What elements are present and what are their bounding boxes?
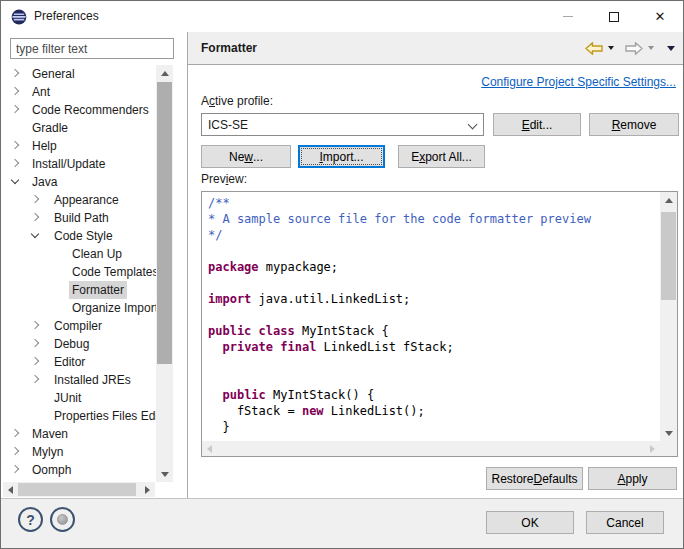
tree-item-label: Formatter	[69, 281, 127, 299]
preference-recorder-button[interactable]	[50, 507, 75, 532]
restore-defaults-button[interactable]: Restore Defaults	[486, 467, 583, 490]
tree-item-install-update[interactable]: Install/Update	[1, 155, 156, 173]
chevron-collapsed-icon[interactable]	[31, 213, 39, 221]
page-header: Formatter	[188, 32, 684, 65]
preview-label: Preview:	[201, 172, 247, 186]
chevron-collapsed-icon[interactable]	[11, 69, 19, 77]
scroll-right-icon[interactable]	[140, 482, 155, 497]
tree-item-help[interactable]: Help	[1, 137, 156, 155]
tree-item-properties-files-edito[interactable]: Properties Files Edito	[1, 407, 156, 425]
tree-item-label: Maven	[29, 425, 71, 443]
tree-item-compiler[interactable]: Compiler	[1, 317, 156, 335]
scroll-left-icon	[202, 441, 217, 456]
back-dropdown-icon[interactable]	[608, 46, 614, 50]
chevron-collapsed-icon[interactable]	[31, 339, 39, 347]
chevron-collapsed-icon[interactable]	[11, 105, 19, 113]
chevron-collapsed-icon[interactable]	[31, 195, 39, 203]
tree-item-build-path[interactable]: Build Path	[1, 209, 156, 227]
tree-item-general[interactable]: General	[1, 65, 156, 83]
tree-item-mylyn[interactable]: Mylyn	[1, 443, 156, 461]
chevron-expanded-icon[interactable]	[31, 230, 39, 238]
tree-item-label: Oomph	[29, 461, 74, 479]
maximize-button[interactable]	[591, 1, 637, 32]
minimize-button[interactable]	[545, 1, 591, 32]
tree-item-clean-up[interactable]: Clean Up	[1, 245, 156, 263]
dialog-button-bar: ?	[1, 498, 684, 549]
tree-item-label: Appearance	[51, 191, 122, 209]
tree-item-label: Build Path	[51, 209, 112, 227]
new-button[interactable]: New...	[201, 145, 291, 168]
scrollbar-corner	[660, 441, 677, 456]
preview-vertical-scrollbar[interactable]	[660, 192, 677, 441]
record-icon	[57, 514, 68, 525]
chevron-collapsed-icon[interactable]	[31, 357, 39, 365]
tree-item-java[interactable]: Java	[1, 173, 156, 191]
configure-project-settings-link[interactable]: Configure Project Specific Settings...	[481, 75, 676, 89]
export-all-button[interactable]: Export All...	[398, 145, 485, 168]
forward-dropdown-icon[interactable]	[648, 46, 654, 50]
scroll-right-icon	[645, 441, 660, 456]
scrollbar-thumb[interactable]	[18, 483, 136, 496]
scroll-down-icon[interactable]	[156, 466, 173, 482]
tree-vertical-scrollbar[interactable]	[156, 65, 173, 482]
active-profile-select[interactable]: ICS-SE	[201, 113, 484, 136]
code-preview-text: /*** A sample source file for the code f…	[202, 192, 660, 441]
minimize-icon	[563, 16, 573, 17]
tree-item-label: Code Recommenders	[29, 101, 152, 119]
scroll-left-icon[interactable]	[3, 482, 18, 497]
tree-item-gradle[interactable]: Gradle	[1, 119, 156, 137]
scrollbar-thumb[interactable]	[661, 212, 676, 300]
code-preview-pane: /*** A sample source file for the code f…	[201, 191, 678, 457]
chevron-collapsed-icon[interactable]	[11, 465, 19, 473]
remove-button[interactable]: Remove	[589, 113, 679, 136]
chevron-collapsed-icon[interactable]	[11, 159, 19, 167]
chevron-collapsed-icon[interactable]	[11, 429, 19, 437]
close-button[interactable]: ✕	[637, 1, 683, 32]
chevron-collapsed-icon[interactable]	[11, 141, 19, 149]
chevron-expanded-icon[interactable]	[11, 176, 19, 184]
tree-item-label: Install/Update	[29, 155, 108, 173]
import-button[interactable]: Import...	[298, 145, 385, 168]
tree-item-label: Editor	[51, 353, 88, 371]
tree-item-installed-jres[interactable]: Installed JREs	[1, 371, 156, 389]
scrollbar-thumb[interactable]	[157, 82, 172, 364]
close-icon: ✕	[655, 10, 666, 23]
scroll-down-icon[interactable]	[660, 425, 677, 441]
tree-item-formatter[interactable]: Formatter	[1, 281, 156, 299]
tree-item-label: General	[29, 65, 78, 83]
chevron-collapsed-icon[interactable]	[31, 321, 39, 329]
tree-item-oomph[interactable]: Oomph	[1, 461, 156, 479]
scroll-up-icon[interactable]	[156, 65, 173, 81]
tree-item-editor[interactable]: Editor	[1, 353, 156, 371]
edit-button[interactable]: Edit...	[493, 113, 581, 136]
tree-item-code-templates[interactable]: Code Templates	[1, 263, 156, 281]
tree-item-junit[interactable]: JUnit	[1, 389, 156, 407]
tree-horizontal-scrollbar[interactable]	[3, 482, 155, 497]
tree-item-label: Java	[29, 173, 60, 191]
preferences-tree: GeneralAntCode RecommendersGradleHelpIns…	[1, 65, 156, 482]
maximize-icon	[609, 12, 619, 22]
forward-icon[interactable]	[625, 42, 643, 55]
tree-item-appearance[interactable]: Appearance	[1, 191, 156, 209]
apply-button[interactable]: Apply	[588, 467, 677, 490]
tree-item-code-recommenders[interactable]: Code Recommenders	[1, 101, 156, 119]
tree-item-maven[interactable]: Maven	[1, 425, 156, 443]
ok-button[interactable]: OK	[486, 511, 574, 534]
tree-item-label: Installed JREs	[51, 371, 134, 389]
back-icon[interactable]	[585, 42, 603, 55]
filter-input[interactable]	[10, 38, 174, 59]
scroll-up-icon[interactable]	[660, 192, 677, 208]
chevron-collapsed-icon[interactable]	[31, 375, 39, 383]
help-button[interactable]: ?	[18, 507, 43, 532]
tree-item-code-style[interactable]: Code Style	[1, 227, 156, 245]
tree-item-debug[interactable]: Debug	[1, 335, 156, 353]
question-mark-icon: ?	[26, 512, 35, 528]
preview-horizontal-scrollbar[interactable]	[202, 441, 660, 456]
chevron-collapsed-icon[interactable]	[11, 447, 19, 455]
view-menu-icon[interactable]	[667, 46, 675, 51]
tree-item-ant[interactable]: Ant	[1, 83, 156, 101]
chevron-collapsed-icon[interactable]	[11, 87, 19, 95]
cancel-button[interactable]: Cancel	[586, 511, 664, 534]
tree-item-organize-import[interactable]: Organize Import	[1, 299, 156, 317]
title-bar[interactable]: Preferences ✕	[1, 1, 683, 32]
